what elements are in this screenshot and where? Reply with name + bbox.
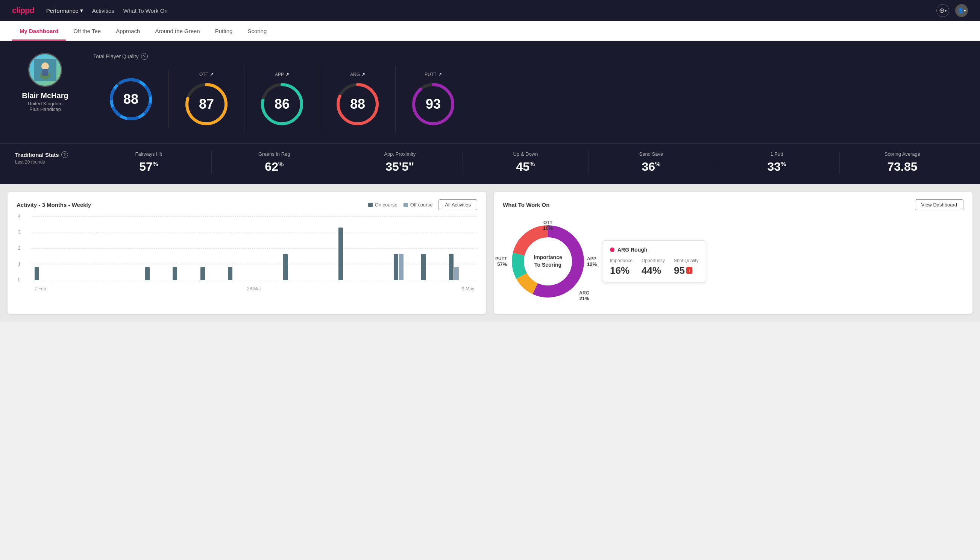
main-score: 88 — [123, 92, 138, 107]
app-donut-label: APP 12% — [587, 256, 597, 267]
app-label: APP ↗ — [275, 72, 289, 77]
help-icon[interactable]: ? — [141, 53, 148, 60]
putt-trend: ↗ — [438, 72, 442, 77]
donut-chart: ImportanceTo Scoring OTT 10% APP 12% ARG… — [503, 216, 593, 307]
activity-panel-header: Activity - 3 Months - Weekly On course O… — [17, 199, 477, 210]
bar-group-1 — [62, 280, 87, 280]
trad-label-col: Traditional Stats ? Last 20 rounds — [15, 151, 68, 165]
metric-importance: Importance 16% — [610, 258, 632, 277]
activity-chart: 4 3 2 1 0 7 Feb 28 Mar 9 May — [17, 216, 477, 292]
nav-what-to-work[interactable]: What To Work On — [123, 7, 168, 14]
bar-offcourse-13 — [399, 254, 404, 280]
info-card: ARG Rough Importance 16% Opportunity 44%… — [602, 240, 706, 283]
bar-offcourse-15 — [454, 267, 459, 280]
bar-oncourse-13 — [394, 254, 398, 280]
putt-label: PUTT ↗ — [424, 72, 441, 77]
svg-point-1 — [42, 62, 49, 70]
arg-label: ARG ↗ — [350, 72, 365, 77]
bar-oncourse-11 — [338, 228, 343, 280]
ott-score: 87 — [199, 96, 214, 112]
legend-oncourse-dot — [368, 203, 373, 207]
all-activities-button[interactable]: All Activities — [438, 199, 477, 210]
bar-group-3 — [117, 280, 143, 280]
nav-links: Performance ▾ Activities What To Work On — [46, 7, 924, 14]
ott-circle: 87 — [184, 82, 229, 127]
tab-my-dashboard[interactable]: My Dashboard — [12, 21, 66, 41]
player-name: Blair McHarg — [22, 92, 68, 100]
bottom-panels: Activity - 3 Months - Weekly On course O… — [0, 184, 980, 322]
chevron-down-icon: ▾ — [80, 7, 83, 14]
putt-donut-label: PUTT 57% — [495, 256, 507, 267]
bar-group-6 — [200, 267, 226, 280]
putt-circle: 93 — [411, 82, 456, 127]
quality-ott: OTT ↗ 87 — [169, 66, 245, 133]
tab-off-the-tee[interactable]: Off the Tee — [66, 21, 108, 41]
add-button[interactable]: ⊕ ▾ — [937, 4, 949, 17]
trad-updown: Up & Down 45% — [463, 151, 589, 174]
tab-putting[interactable]: Putting — [208, 21, 240, 41]
shot-quality-badge: ↓ — [686, 267, 692, 274]
bar-oncourse-15 — [449, 254, 454, 280]
quality-section: Total Player Quality ? 88 OTT ↗ — [93, 53, 965, 133]
bar-group-13 — [394, 254, 419, 280]
x-labels: 7 Feb 28 Mar 9 May — [32, 286, 477, 292]
x-label-2: 28 Mar — [247, 286, 261, 292]
donut-section: ImportanceTo Scoring OTT 10% APP 12% ARG… — [503, 216, 963, 307]
trad-sandsave: Sand Save 36% — [589, 151, 714, 174]
tab-scoring[interactable]: Scoring — [240, 21, 274, 41]
work-on-panel: What To Work On View Dashboard Importanc… — [494, 192, 972, 314]
avatar — [28, 53, 62, 87]
trad-oneputt: 1 Putt 33% — [714, 151, 840, 174]
trad-scoring: Scoring Average 73.85 — [840, 151, 965, 174]
tab-approach[interactable]: Approach — [108, 21, 147, 41]
bar-oncourse-5 — [173, 267, 177, 280]
metric-opportunity: Opportunity 44% — [642, 258, 665, 277]
view-dashboard-button[interactable]: View Dashboard — [915, 199, 963, 210]
bar-group-9 — [283, 254, 308, 280]
user-avatar[interactable]: 👤 ▾ — [955, 4, 968, 17]
chevron-down-icon: ▾ — [945, 8, 947, 13]
bars-wrapper — [32, 216, 477, 280]
quality-main: 88 — [93, 71, 169, 128]
quality-putt: PUTT ↗ 93 — [396, 66, 471, 133]
info-card-title: ARG Rough — [610, 247, 698, 253]
chart-legend: On course Off course All Activities — [368, 199, 477, 210]
bar-group-15 — [449, 254, 474, 280]
logo: clippd — [12, 6, 34, 15]
metric-shot-quality: Shot Quality 95 ↓ — [674, 258, 698, 277]
nav-performance[interactable]: Performance ▾ — [46, 7, 83, 14]
nav-activities[interactable]: Activities — [92, 7, 114, 14]
player-country: United Kingdom — [28, 101, 63, 107]
bar-group-11 — [338, 228, 364, 280]
main-circle: 88 — [108, 77, 153, 122]
arg-donut-label: ARG 21% — [579, 290, 589, 301]
trad-proximity: App. Proximity 35'5" — [337, 151, 463, 174]
bar-group-4 — [145, 267, 170, 280]
x-label-3: 9 May — [462, 286, 474, 292]
bar-oncourse-0 — [35, 267, 39, 280]
trad-values: Fairways Hit 57% Greens In Reg 62% App. … — [86, 151, 965, 174]
tab-around-the-green[interactable]: Around the Green — [147, 21, 207, 41]
trad-subtitle: Last 20 rounds — [15, 160, 68, 165]
trad-greens: Greens In Reg 62% — [212, 151, 337, 174]
trad-help-icon[interactable]: ? — [61, 151, 68, 158]
player-info: Blair McHarg United Kingdom Plus Handica… — [15, 53, 75, 112]
bar-group-7 — [228, 267, 253, 280]
nav-right: ⊕ ▾ 👤 ▾ — [937, 4, 968, 17]
arg-circle: 88 — [335, 82, 380, 127]
activity-title: Activity - 3 Months - Weekly — [17, 202, 91, 208]
work-on-title: What To Work On — [503, 202, 549, 208]
top-nav: clippd Performance ▾ Activities What To … — [0, 0, 980, 21]
bar-oncourse-9 — [283, 254, 288, 280]
bar-group-5 — [173, 267, 198, 280]
legend-offcourse-dot — [404, 203, 408, 207]
x-label-1: 7 Feb — [35, 286, 46, 292]
trad-title: Traditional Stats ? — [15, 151, 68, 158]
user-icon: 👤 — [957, 8, 964, 13]
arg-dot — [610, 247, 614, 252]
bar-group-2 — [90, 280, 115, 280]
trad-fairways: Fairways Hit 57% — [86, 151, 212, 174]
arg-score: 88 — [350, 96, 365, 112]
arg-trend: ↗ — [361, 72, 365, 77]
app-score: 86 — [275, 96, 290, 112]
